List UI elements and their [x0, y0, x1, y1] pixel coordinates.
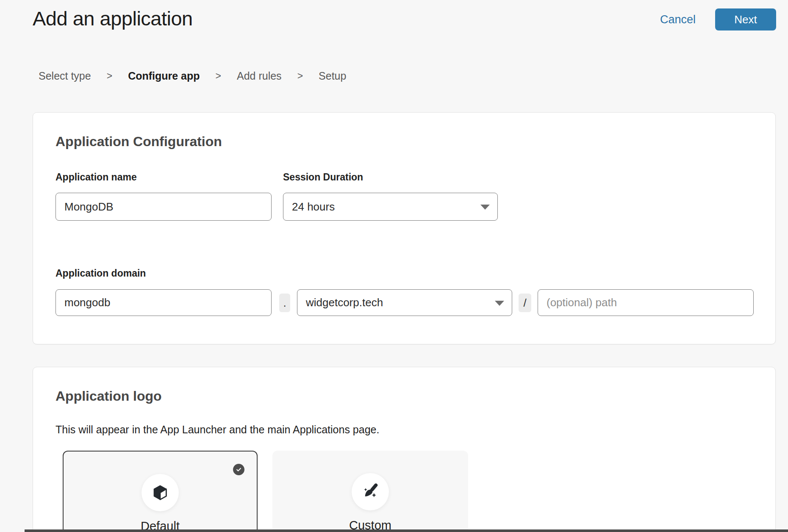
- application-logo-heading: Application logo: [55, 388, 162, 404]
- slash-separator: /: [519, 294, 531, 312]
- domain-value: widgetcorp.tech: [306, 296, 383, 309]
- custom-logo-circle: [352, 473, 389, 510]
- session-duration-label: Session Duration: [283, 172, 363, 183]
- path-input[interactable]: [538, 289, 754, 316]
- check-icon: [233, 464, 244, 475]
- logo-option-custom[interactable]: Custom: [272, 451, 468, 532]
- chevron-right-icon: >: [107, 70, 112, 82]
- logo-option-default[interactable]: Default: [63, 451, 258, 532]
- chevron-right-icon: >: [216, 70, 221, 82]
- application-configuration-card: Application Configuration Application na…: [33, 112, 776, 344]
- application-name-input[interactable]: [55, 193, 272, 221]
- step-select-type[interactable]: Select type: [39, 70, 91, 82]
- page-title: Add an application: [33, 7, 193, 30]
- caret-down-icon: [495, 301, 504, 306]
- application-configuration-heading: Application Configuration: [55, 134, 222, 150]
- window-bottom-edge: [25, 529, 788, 532]
- chevron-right-icon: >: [297, 70, 303, 82]
- dot-separator: .: [279, 294, 290, 312]
- application-name-label: Application name: [55, 172, 137, 183]
- next-button[interactable]: Next: [715, 8, 776, 30]
- application-logo-card: Application logo This will appear in the…: [33, 367, 776, 532]
- default-logo-circle: [142, 474, 179, 511]
- step-setup[interactable]: Setup: [319, 70, 346, 82]
- session-duration-select[interactable]: 24 hours: [283, 193, 498, 221]
- caret-down-icon: [480, 205, 490, 210]
- step-configure-app[interactable]: Configure app: [128, 70, 200, 82]
- session-duration-value: 24 hours: [292, 200, 335, 213]
- subdomain-input[interactable]: [55, 289, 272, 316]
- application-domain-label: Application domain: [55, 268, 146, 279]
- cube-icon: [152, 484, 169, 501]
- cancel-button[interactable]: Cancel: [660, 13, 696, 26]
- domain-select[interactable]: widgetcorp.tech: [297, 289, 512, 316]
- step-add-rules[interactable]: Add rules: [237, 70, 282, 82]
- breadcrumb: Select type > Configure app > Add rules …: [39, 70, 346, 82]
- paintbrush-icon: [361, 482, 380, 502]
- application-logo-description: This will appear in the App Launcher and…: [55, 424, 379, 436]
